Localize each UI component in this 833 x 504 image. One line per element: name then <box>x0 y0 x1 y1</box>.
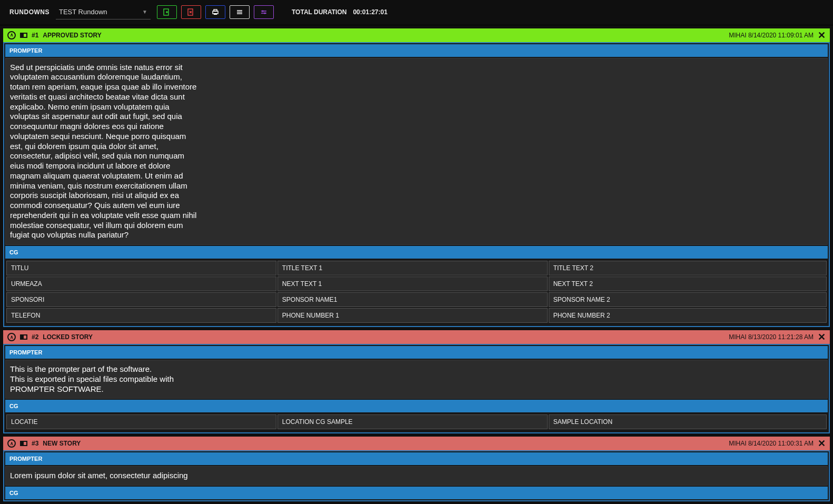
svg-rect-3 <box>214 9 217 11</box>
cg-cell[interactable]: SPONSORI <box>6 292 276 307</box>
prompter-text-box[interactable]: This is the prompter part of the softwar… <box>5 360 828 399</box>
story-title: APPROVED STORY <box>43 32 101 39</box>
prompter-text: Sed ut perspiciatis unde omnis iste natu… <box>10 63 200 241</box>
delete-doc-button[interactable] <box>181 5 201 19</box>
cg-cell[interactable]: SPONSOR NAME1 <box>277 292 548 307</box>
cg-cell[interactable]: SAMPLE LOCATION <box>549 414 827 429</box>
cg-cell[interactable]: LOCATION CG SAMPLE <box>277 414 548 429</box>
story-block: ∧#3NEW STORYMIHAI 8/14/2020 11:00:31 AM✕… <box>3 437 830 501</box>
story-number: #3 <box>32 440 38 447</box>
close-icon[interactable]: ✕ <box>818 439 826 448</box>
story-meta: MIHAI 8/14/2020 11:00:31 AM <box>729 440 814 447</box>
chevron-down-icon: ▼ <box>142 9 147 15</box>
prompter-text-box[interactable]: Lorem ipsum dolor sit amet, consectetur … <box>5 466 828 486</box>
collapse-toggle-icon[interactable]: ∧ <box>7 439 16 448</box>
toolbar-button-group <box>157 5 274 19</box>
close-icon[interactable]: ✕ <box>818 332 826 342</box>
story-number: #1 <box>32 32 38 39</box>
close-icon[interactable]: ✕ <box>818 31 826 40</box>
cg-section-header: CG <box>5 246 828 259</box>
cg-cell[interactable]: SPONSOR NAME 2 <box>549 292 827 307</box>
file-plus-icon <box>163 8 171 16</box>
story-header[interactable]: ∧#1APPROVED STORYMIHAI 8/14/2020 11:09:0… <box>3 28 830 42</box>
cg-section-header: CG <box>5 487 828 499</box>
cg-cell[interactable]: PHONE NUMBER 2 <box>549 308 827 323</box>
story-header[interactable]: ∧#2LOCKED STORYMIHAI 8/13/2020 11:21:28 … <box>3 330 830 344</box>
total-duration-value: 00:01:27:01 <box>353 8 387 16</box>
print-button[interactable] <box>205 5 225 19</box>
prompter-text: This is the prompter part of the softwar… <box>10 364 200 394</box>
prompter-text: Lorem ipsum dolor sit amet, consectetur … <box>10 471 200 481</box>
cg-cell[interactable]: TITLE TEXT 2 <box>549 261 827 275</box>
story-body: PROMPTERLorem ipsum dolor sit amet, cons… <box>3 450 830 501</box>
story-title: LOCKED STORY <box>43 333 93 341</box>
cg-cell[interactable]: TITLU <box>6 261 276 275</box>
table-row: SPONSORISPONSOR NAME1SPONSOR NAME 2 <box>6 292 827 307</box>
rundown-selector[interactable]: TEST Rundown ▼ <box>56 5 151 19</box>
story-body: PROMPTERSed ut perspiciatis unde omnis i… <box>3 42 830 328</box>
prompter-text-box[interactable]: Sed ut perspiciatis unde omnis iste natu… <box>5 58 828 245</box>
table-row: TITLUTITLE TEXT 1TITLE TEXT 2 <box>6 261 827 275</box>
story-body: PROMPTERThis is the prompter part of the… <box>3 344 830 433</box>
svg-rect-4 <box>214 13 217 15</box>
prompter-section-header: PROMPTER <box>5 346 828 359</box>
collapse-toggle-icon[interactable]: ∧ <box>7 333 16 341</box>
prompter-section-header: PROMPTER <box>5 44 828 57</box>
svg-point-6 <box>264 13 266 14</box>
status-level-icon <box>20 33 27 38</box>
story-block: ∧#2LOCKED STORYMIHAI 8/13/2020 11:21:28 … <box>3 330 830 433</box>
align-button[interactable] <box>230 5 250 19</box>
cg-cell[interactable]: URMEAZA <box>6 276 276 291</box>
collapse-toggle-icon[interactable]: ∧ <box>7 31 16 39</box>
story-meta: MIHAI 8/13/2020 11:21:28 AM <box>729 333 814 341</box>
rundowns-label: RUNDOWNS <box>9 8 49 16</box>
table-row: TELEFONPHONE NUMBER 1PHONE NUMBER 2 <box>6 308 827 323</box>
top-toolbar: RUNDOWNS TEST Rundown ▼ <box>0 0 833 25</box>
cg-cell[interactable]: LOCATIE <box>6 414 276 429</box>
cg-table: LOCATIELOCATION CG SAMPLESAMPLE LOCATION <box>5 413 828 430</box>
table-row: URMEAZANEXT TEXT 1NEXT TEXT 2 <box>6 276 827 291</box>
prompter-section-header: PROMPTER <box>5 452 828 465</box>
cg-cell[interactable]: TITLE TEXT 1 <box>277 261 548 275</box>
sliders-icon <box>260 8 268 16</box>
status-level-icon <box>20 441 27 446</box>
story-meta: MIHAI 8/14/2020 11:09:01 AM <box>729 32 814 39</box>
cg-cell[interactable]: NEXT TEXT 1 <box>277 276 548 291</box>
rundown-selected-value: TEST Rundown <box>59 8 107 16</box>
cg-cell[interactable]: NEXT TEXT 2 <box>549 276 827 291</box>
story-title: NEW STORY <box>43 440 81 447</box>
svg-point-5 <box>262 11 264 12</box>
story-block: ∧#1APPROVED STORYMIHAI 8/14/2020 11:09:0… <box>3 28 830 328</box>
status-level-icon <box>20 334 27 340</box>
story-header[interactable]: ∧#3NEW STORYMIHAI 8/14/2020 11:00:31 AM✕ <box>3 437 830 450</box>
file-x-icon <box>187 8 195 16</box>
cg-cell[interactable]: PHONE NUMBER 1 <box>277 308 548 323</box>
story-number: #2 <box>32 333 38 341</box>
printer-icon <box>211 8 220 16</box>
align-lines-icon <box>235 8 244 16</box>
settings-sliders-button[interactable] <box>254 5 274 19</box>
table-row: LOCATIELOCATION CG SAMPLESAMPLE LOCATION <box>6 414 827 429</box>
stories-scroll-area[interactable]: ∧#1APPROVED STORYMIHAI 8/14/2020 11:09:0… <box>0 25 833 504</box>
cg-cell[interactable]: TELEFON <box>6 308 276 323</box>
cg-section-header: CG <box>5 400 828 412</box>
total-duration-label: TOTAL DURATION <box>292 8 346 16</box>
cg-table: TITLUTITLE TEXT 1TITLE TEXT 2URMEAZANEXT… <box>5 260 828 324</box>
new-doc-button[interactable] <box>157 5 177 19</box>
